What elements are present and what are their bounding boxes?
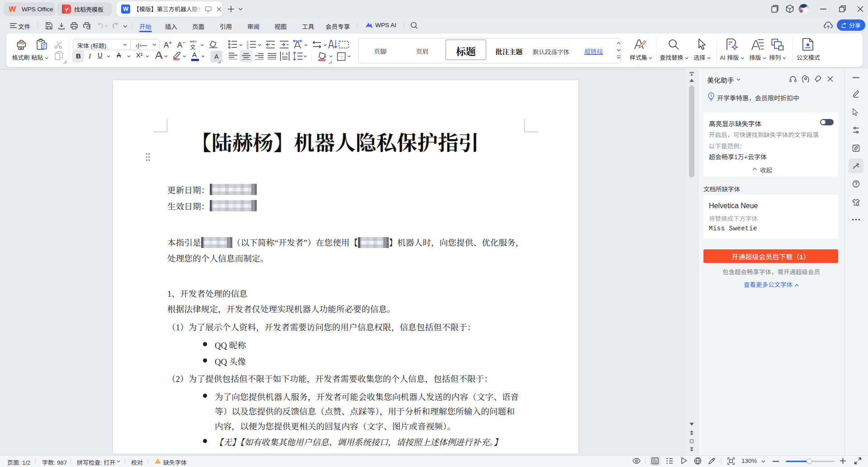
svg-text:W: W	[9, 5, 16, 13]
svg-text:3: 3	[247, 46, 249, 49]
